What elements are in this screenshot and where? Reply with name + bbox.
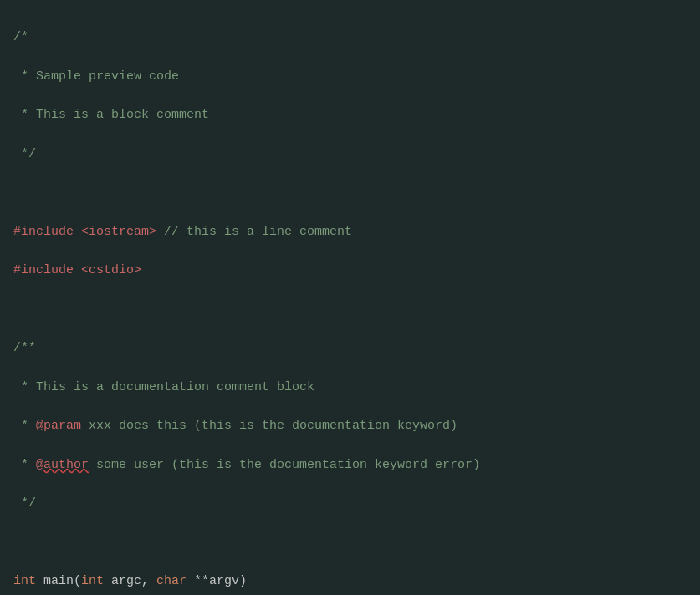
comment-block-close: */	[13, 147, 36, 161]
keyword-int2: int	[81, 574, 104, 588]
line-doc-1: * This is a documentation comment block	[13, 378, 687, 397]
doc-at-author: @author	[36, 458, 89, 472]
doc-comment-close: */	[13, 496, 36, 511]
comment-block-line2: * This is a block comment	[13, 108, 209, 122]
include-directive-1: #include <iostream>	[13, 225, 156, 239]
doc-comment-line1: * This is a documentation comment block	[13, 380, 314, 394]
line-blank-2	[13, 300, 687, 319]
line-4: */	[13, 145, 687, 164]
line-doc-start: /**	[13, 338, 687, 358]
line-doc-param: * @param xxx does this (this is the docu…	[13, 416, 687, 435]
line-1: /*	[13, 28, 687, 47]
doc-comment-open: /**	[13, 341, 36, 355]
comment-inline-1: // this is a line comment	[156, 225, 352, 239]
keyword-char: char	[156, 574, 186, 588]
doc-param-name: xxx	[81, 419, 111, 433]
comment-block-open: /*	[13, 30, 28, 44]
doc-at-param: @param	[36, 419, 81, 433]
line-main: int main(int argc, char **argv)	[13, 572, 687, 591]
doc-param-rest: does this (this is the documentation key…	[111, 419, 457, 433]
line-2: * Sample preview code	[13, 67, 687, 86]
main-sig-2: argc,	[104, 574, 156, 588]
doc-comment-star: *	[13, 419, 36, 433]
line-blank-3	[13, 533, 687, 552]
line-doc-end: */	[13, 494, 687, 513]
include-directive-2: #include <cstdio>	[13, 263, 141, 277]
line-include2: #include <cstdio>	[13, 261, 687, 280]
line-blank-1	[13, 183, 687, 202]
keyword-int: int	[13, 574, 36, 588]
line-doc-author: * @author some user (this is the documen…	[13, 455, 687, 475]
line-include1: #include <iostream> // this is a line co…	[13, 222, 687, 242]
comment-block-line1: * Sample preview code	[13, 69, 179, 84]
line-3: * This is a block comment	[13, 105, 687, 125]
main-sig-3: **argv)	[186, 574, 247, 588]
main-sig: main(	[36, 574, 81, 588]
doc-comment-star2: *	[13, 458, 36, 472]
code-editor: /* * Sample preview code * This is a blo…	[13, 8, 687, 595]
doc-author-rest: some user (this is the documentation key…	[89, 458, 480, 472]
